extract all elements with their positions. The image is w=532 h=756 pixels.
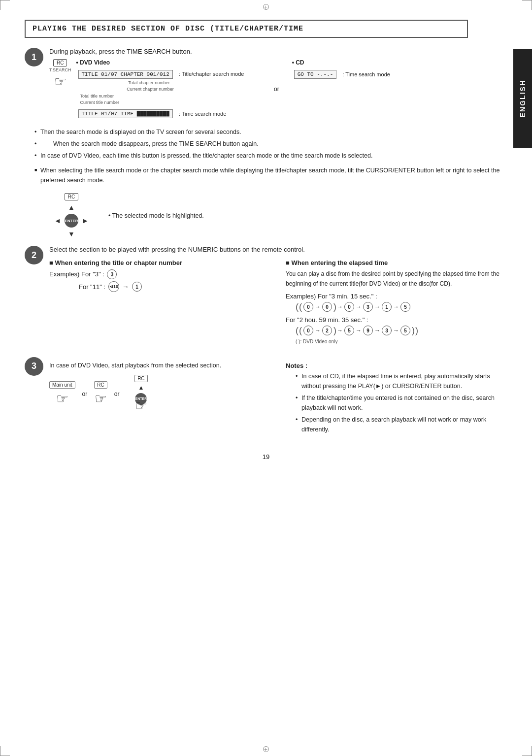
cursor-note: • The selected mode is highlighted. [108,212,204,219]
example-3min-label: Examples) For "3 min. 15 sec." : [286,293,507,300]
cd-time-mode-label: : Time search mode [342,71,390,77]
arr4: → [374,303,380,310]
rc-label-2: RC [134,375,147,382]
step-1-instruction: During playback, press the TIME SEARCH b… [49,48,507,55]
example3-row: Examples) For "3" : 3 [49,269,271,279]
arr2: → [337,303,343,310]
arr8: → [356,327,362,334]
notes-list: In case of CD, if the elapsed time is en… [296,371,507,434]
cd-goto-row: GO TO -.-.- : Time search mode [292,69,400,80]
cd-section: • CD GO TO -.-.- : Time search mode [292,59,400,80]
arr7: → [337,327,343,334]
main-unit-group: Main unit ☞ [49,381,75,407]
example11-row: For "11" : ⊲10 → 1 [79,281,271,292]
arr9: → [374,327,380,334]
paren-close-3: ) [412,326,415,336]
dvd-label: • DVD Video [76,59,261,66]
n2: 2 [322,326,332,335]
n3-2: 3 [382,326,392,335]
main-unit-label: Main unit [49,381,75,389]
step2-two-col: ■ When entering the title or chapter num… [49,259,507,344]
n0-1: 0 [303,302,313,312]
elapsed-desc: You can play a disc from the desired poi… [286,269,507,288]
n3: 3 [363,302,373,312]
step-3-row: 3 In case of DVD Video, start playback f… [25,357,507,444]
step-1-row: 1 During playback, press the TIME SEARCH… [25,48,507,119]
enter-center: ENTER [65,214,78,228]
paren-close-2: ) [333,326,336,336]
title-chapter-row: TITLE 01/07 CHAPTER 001/012 Total chapte… [76,69,261,105]
page-number: 19 [25,453,507,465]
arrow-up: ▲ [68,203,75,211]
rc-button-2: RC [65,193,78,200]
rc-label-1: RC [94,381,107,389]
or-divider: or [271,86,282,93]
english-sidebar: ENGLISH [513,49,532,148]
step-3-content: In case of DVD Video, start playback fro… [49,357,507,444]
arr3: → [356,303,362,310]
seq-2hou: ( ( 0 → 2 ) → 5 → 9 → 3 → 5 ) [296,326,507,336]
n9: 9 [363,326,373,335]
or2: or [114,391,120,397]
rc-enter-group: RC ▲ ENTER ☞ [126,375,156,414]
n0-4: 0 [303,326,313,335]
cursor-remote-group: RC ▲ ▼ ◄ ► ENTER [54,193,89,238]
n0-3: 0 [344,302,354,312]
rc-play: ☞ [95,391,107,407]
rc-hand-1: ☞ [95,391,107,407]
step-1-content: During playback, press the TIME SEARCH b… [49,48,507,119]
n1: 1 [382,302,392,312]
n0-2: 0 [322,302,332,312]
mini-arrow-up: ▲ [138,384,144,391]
mini-cursor-control: ▲ ENTER ☞ [126,384,156,414]
arr1: → [315,303,321,310]
paren-open-4: ( [299,326,302,336]
paren-open-1: ( [296,302,299,312]
arrow-down: ▼ [68,230,75,238]
step1-layout: RC T.SEARCH ☞ • DVD Video TITLE 01/07 CH… [49,59,507,119]
step1-bullets: Then the search mode is displayed on the… [34,127,507,161]
title-chapter-display: TITLE 01/07 CHAPTER 001/012 [78,70,173,79]
step3-left: In case of DVD Video, start playback fro… [49,362,271,439]
arrow-right: ► [82,217,89,225]
dvd-section: RC T.SEARCH ☞ • DVD Video TITLE 01/07 CH… [49,59,261,119]
rc-play-group: RC ☞ [94,381,107,407]
note-3: Depending on the disc, a search playback… [296,415,507,434]
corner-mark-tl [0,0,10,10]
cross-bottom [263,746,269,752]
step-3-circle: 3 [25,357,43,376]
main-unit-hand: ☞ [56,391,68,407]
rc-button: RC [53,59,67,66]
corner-mark-tr [522,0,532,10]
step3-instruction: In case of DVD Video, start playback fro… [49,362,271,369]
step3-two-col: In case of DVD Video, start playback fro… [49,362,507,439]
arr5: → [393,303,399,310]
cursor-control: ▲ ▼ ◄ ► ENTER [54,203,89,238]
paren-close-1: ) [333,302,336,312]
paren-open-3: ( [296,326,299,336]
corner-mark-br [522,746,532,756]
step-2-instruction: Select the section to be played with pre… [49,246,507,253]
current-chapter: Current chapter number [80,86,174,93]
time-display: TITLE 01/07 TIME ██████████ [78,109,173,118]
title-section-heading: ■ When entering the title or chapter num… [49,259,271,266]
title-chapter-col: ■ When entering the title or chapter num… [49,259,271,344]
cross-top [263,4,269,10]
for11-label: For "11" : [79,283,105,291]
bullet-1b: When the search mode disappears, press t… [34,139,507,149]
rc-hand-2: ☞ [135,397,147,414]
note-1: In case of CD, if the elapsed time is en… [296,371,507,391]
rc-remote-illustration: RC T.SEARCH ☞ [49,59,71,90]
example3-num: 3 [107,269,117,279]
bullet-1: Then the search mode is displayed on the… [34,127,507,137]
tsearch-label: T.SEARCH [49,67,71,72]
goto-display: GO TO -.-.- [294,70,337,79]
bullet-2: In case of DVD Video, each time this but… [34,151,507,161]
n5-3: 5 [400,326,410,335]
cd-label: • CD [292,59,400,66]
arrow-11: → [122,283,129,291]
total-chapter: Total chapter number [80,80,170,86]
example3-label: Examples) For "3" : [49,270,104,278]
step-1-circle: 1 [25,48,43,66]
paren-close-4: ) [415,326,418,336]
